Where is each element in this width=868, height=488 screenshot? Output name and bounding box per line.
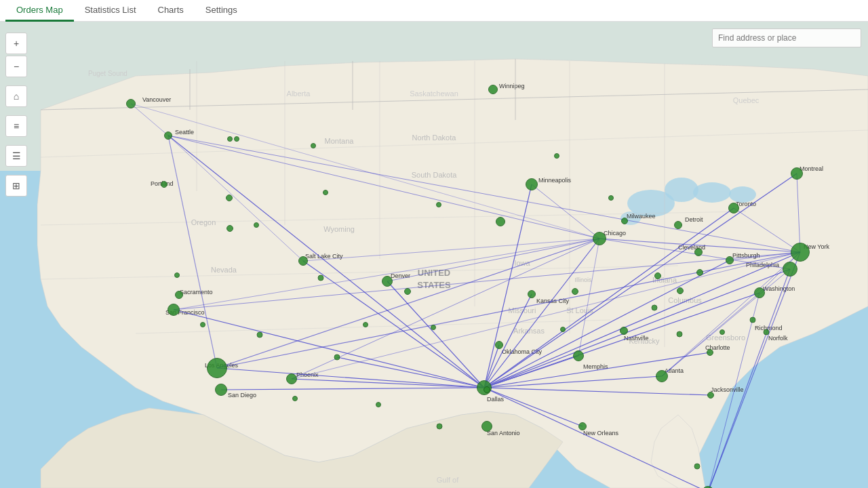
svg-text:Montreal: Montreal [800,165,823,172]
city-dot[interactable] [726,256,734,264]
city-dot[interactable] [292,396,298,401]
city-dot[interactable] [200,322,205,327]
city-dot[interactable] [560,327,566,332]
city-dot[interactable] [318,275,324,281]
city-dot[interactable] [286,373,297,384]
svg-text:Greensboro: Greensboro [706,333,745,342]
city-dot[interactable] [707,392,714,399]
svg-text:Illinois: Illinois [574,277,592,283]
city-dot[interactable] [652,305,658,311]
city-dot[interactable] [754,287,765,298]
city-dot[interactable] [694,248,703,256]
city-dot[interactable] [707,349,713,356]
list-view-button[interactable]: ≡ [5,115,27,137]
city-dot[interactable] [764,329,770,336]
city-dot[interactable] [694,464,701,470]
svg-text:Philadelphia: Philadelphia [746,262,779,268]
city-dot[interactable] [167,304,180,316]
zoom-in-button[interactable]: + [5,33,27,54]
city-dot[interactable] [654,272,661,279]
city-dot[interactable] [593,232,606,245]
city-dot[interactable] [495,341,503,349]
city-dot[interactable] [404,288,411,295]
svg-text:Jacksonville: Jacksonville [711,386,744,393]
find-address-input[interactable] [712,28,861,47]
city-dot[interactable] [126,99,136,108]
svg-text:Winnipeg: Winnipeg [499,83,525,89]
city-dot[interactable] [573,350,584,361]
city-dot[interactable] [436,202,441,207]
city-dot[interactable] [621,218,628,224]
city-dot[interactable] [431,325,436,330]
city-dot[interactable] [226,225,233,232]
svg-text:Phoenix: Phoenix [296,371,319,378]
city-dot[interactable] [226,195,233,201]
city-dot[interactable] [207,358,227,378]
city-dot[interactable] [334,354,340,361]
city-dot[interactable] [484,386,490,393]
city-dot[interactable] [161,181,167,188]
svg-text:San Antonio: San Antonio [487,430,520,436]
svg-text:Wyoming: Wyoming [323,225,355,233]
tab-settings[interactable]: Settings [195,0,248,22]
svg-text:Detroit: Detroit [685,216,703,223]
svg-text:Puget Sound: Puget Sound [88,70,127,77]
city-dot[interactable] [175,291,183,299]
svg-text:Salt Lake City: Salt Lake City [305,253,343,260]
city-dot[interactable] [382,276,393,287]
city-dot[interactable] [696,269,703,276]
city-dot[interactable] [674,221,682,229]
tab-statistics-list[interactable]: Statistics List [74,0,147,22]
city-dot[interactable] [376,402,381,407]
city-dot[interactable] [257,332,263,338]
grid-button[interactable]: ⊞ [5,175,27,197]
city-dot[interactable] [488,85,498,94]
city-dot[interactable] [620,327,628,335]
city-dot[interactable] [608,195,614,201]
svg-text:Chicago: Chicago [604,230,626,237]
city-dot[interactable] [578,422,587,430]
city-dot[interactable] [728,203,739,214]
svg-text:Norfolk: Norfolk [768,335,788,342]
city-dot[interactable] [234,136,239,142]
city-dot[interactable] [363,322,368,327]
menu-button[interactable]: ☰ [5,145,27,167]
city-dot[interactable] [481,421,492,432]
svg-text:New Orleans: New Orleans [583,430,619,436]
top-navigation: Orders Map Statistics List Charts Settin… [0,0,868,22]
city-dot[interactable] [719,329,725,335]
tab-orders-map[interactable]: Orders Map [5,0,74,22]
city-dot[interactable] [677,331,683,338]
svg-point-3 [665,178,698,202]
city-dot[interactable] [528,290,536,298]
left-toolbar: + − ⌂ ≡ ☰ ⊞ [5,33,27,197]
svg-text:Minneapolis: Minneapolis [538,177,572,184]
city-dot[interactable] [227,136,233,142]
city-dot[interactable] [496,217,505,226]
city-dot[interactable] [323,190,328,195]
city-dot[interactable] [526,178,538,190]
city-dot[interactable] [554,153,559,159]
svg-text:Vancouver: Vancouver [142,96,171,103]
city-dot[interactable] [164,131,172,140]
city-dot[interactable] [677,287,684,294]
city-dot[interactable] [254,222,259,228]
city-dot[interactable] [750,317,756,323]
city-dot[interactable] [437,424,443,430]
city-dot[interactable] [791,243,810,262]
city-dot[interactable] [215,384,227,396]
city-dot[interactable] [783,262,797,277]
svg-text:STATES: STATES [417,280,451,290]
svg-text:Memphis: Memphis [583,363,608,370]
city-dot[interactable] [656,370,668,382]
city-dot[interactable] [311,143,316,148]
city-dot[interactable] [572,288,578,295]
zoom-out-button[interactable]: − [5,56,27,77]
tab-charts[interactable]: Charts [147,0,195,22]
home-button[interactable]: ⌂ [5,85,27,107]
city-dot[interactable] [174,272,180,278]
city-dot[interactable] [298,256,308,266]
city-dot[interactable] [791,167,803,180]
svg-text:Dallas: Dallas [487,396,505,403]
map-container: Vancouver Seattle Portland San Francisco… [0,22,868,488]
